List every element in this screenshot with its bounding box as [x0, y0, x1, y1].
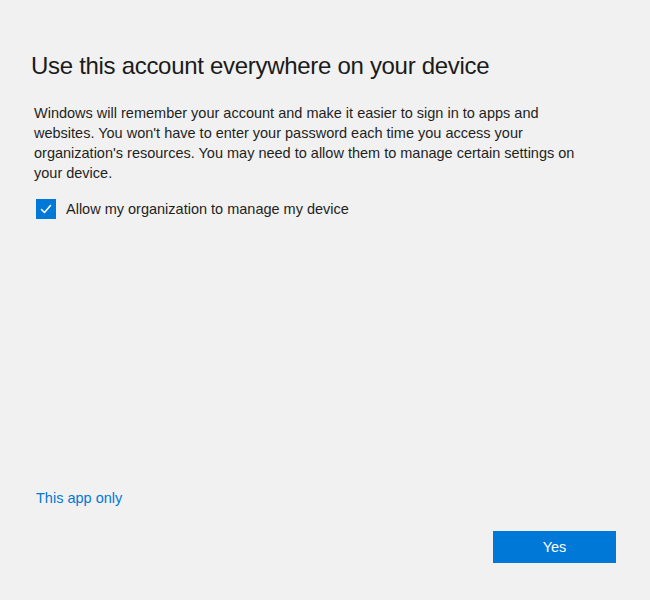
checkmark-icon — [39, 202, 53, 216]
yes-button[interactable]: Yes — [493, 531, 616, 563]
allow-manage-checkbox[interactable] — [36, 199, 56, 219]
this-app-only-link[interactable]: This app only — [36, 490, 122, 506]
dialog-description: Windows will remember your account and m… — [34, 103, 634, 183]
allow-manage-checkbox-label: Allow my organization to manage my devic… — [66, 199, 349, 219]
allow-manage-checkbox-row[interactable]: Allow my organization to manage my devic… — [36, 199, 349, 219]
page-title: Use this account everywhere on your devi… — [31, 52, 489, 80]
account-everywhere-dialog: Use this account everywhere on your devi… — [0, 0, 650, 600]
